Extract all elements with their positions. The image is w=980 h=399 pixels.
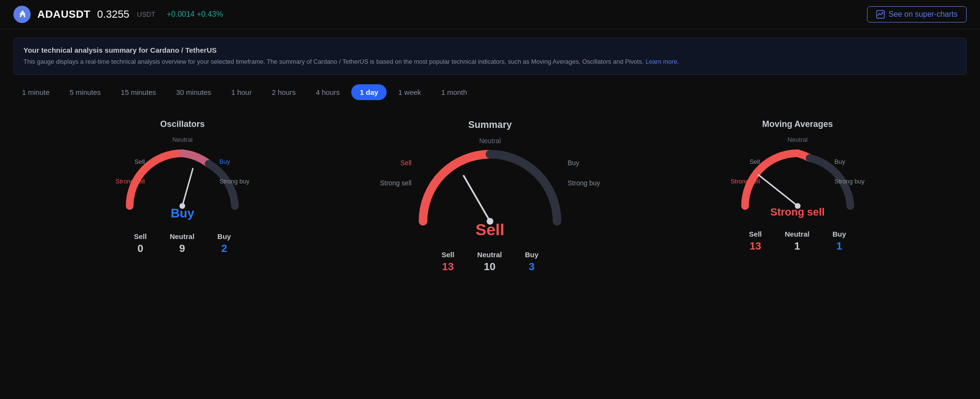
see-charts-button[interactable]: See on super-charts [867,6,967,23]
gauges-section: Oscillators Sell Strong sell Neutral [0,100,980,287]
coin-icon: ₳ [13,6,31,23]
ma-sell-score: Sell 13 [749,230,762,252]
timeframe-btn-1h[interactable]: 1 hour [223,84,260,100]
timeframe-btn-2h[interactable]: 2 hours [263,84,304,100]
oscillators-right-labels: Buy Strong buy [219,158,249,185]
oscillators-sell-score: Sell 0 [134,232,147,255]
timeframe-btn-15m[interactable]: 15 minutes [112,84,165,100]
oscillators-strong-buy-label: Strong buy [219,178,249,185]
summary-scores: Sell 13 Neutral 10 Buy 3 [442,251,539,273]
summary-title: Summary [468,119,512,130]
timeframe-btn-1d[interactable]: 1 day [351,84,387,100]
ma-neutral-top: Neutral [788,136,808,143]
oscillators-scores: Sell 0 Neutral 9 Buy 2 [134,232,231,255]
price-unit: USDT [137,11,155,18]
summary-panel: Summary Sell Strong sell Neutral Sell [390,119,590,273]
summary-neutral-score: Neutral 10 [477,251,502,273]
summary-sell-label: Sell [401,159,412,167]
oscillators-title: Oscillators [160,119,205,129]
header-left: ₳ ADAUSDT 0.3255 USDT +0.0014 +0.43% [13,6,223,23]
price-change: +0.0014 +0.43% [167,10,223,19]
oscillators-result: Buy [171,206,194,221]
ma-result: Strong sell [770,206,825,218]
oscillators-neutral-score: Neutral 9 [170,232,195,255]
summary-result: Sell [476,220,504,239]
timeframe-btn-4h[interactable]: 4 hours [307,84,348,100]
summary-sell-score: Sell 13 [442,251,455,273]
timeframe-btn-1mo[interactable]: 1 month [433,84,476,100]
chart-icon [876,10,885,19]
ma-scores: Sell 13 Neutral 1 Buy 1 [749,230,846,252]
summary-gauge-svg [413,145,567,226]
oscillators-buy-score: Buy 2 [217,232,231,255]
summary-buy-label: Buy [568,159,579,167]
summary-buy-score: Buy 3 [525,251,538,273]
oscillators-gauge-wrap: Sell Strong sell Neutral Buy [120,144,245,221]
oscillators-panel: Oscillators Sell Strong sell Neutral [82,119,283,255]
oscillators-neutral-top: Neutral [172,136,192,143]
timeframe-btn-30m[interactable]: 30 minutes [167,84,220,100]
ma-neutral-score: Neutral 1 [785,230,810,252]
timeframe-btn-1w[interactable]: 1 week [390,84,430,100]
pair-name: ADAUSDT [37,8,90,21]
svg-line-1 [182,169,193,206]
ma-right-labels: Buy Strong buy [835,158,865,185]
timeframe-bar: 1 minute5 minutes15 minutes30 minutes1 h… [0,75,980,100]
banner-body: This gauge displays a real-time technica… [23,57,957,67]
timeframe-btn-5m[interactable]: 5 minutes [61,84,110,100]
header: ₳ ADAUSDT 0.3255 USDT +0.0014 +0.43% See… [0,0,980,29]
svg-line-5 [758,175,798,206]
ma-buy-label: Buy [835,158,845,165]
summary-neutral-top: Neutral [479,137,501,145]
oscillators-buy-label: Buy [219,158,230,165]
svg-line-3 [464,176,490,221]
banner-title: Your technical analysis summary for Card… [23,46,957,54]
learn-more-link[interactable]: Learn more [646,58,677,65]
timeframe-btn-1m[interactable]: 1 minute [13,84,58,100]
price-value: 0.3255 [97,8,129,21]
summary-gauge-wrap: Sell Strong sell Neutral Sell Buy Str [413,145,567,239]
summary-strong-sell-label: Strong sell [380,179,412,187]
moving-averages-title: Moving Averages [762,119,833,129]
summary-strong-buy-label: Strong buy [568,179,600,187]
moving-averages-gauge-wrap: Sell Strong sell Neutral Strong sell [735,144,860,218]
ma-buy-score: Buy 1 [833,230,846,252]
moving-averages-panel: Moving Averages Sell Strong sell Neutral [697,119,898,252]
ma-strong-buy-label: Strong buy [835,178,865,185]
info-banner: Your technical analysis summary for Card… [13,38,967,75]
